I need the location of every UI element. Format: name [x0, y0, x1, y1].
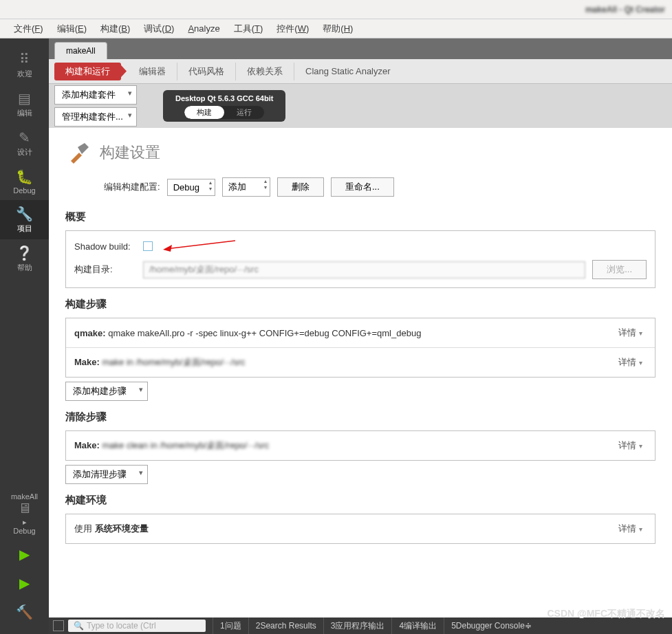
config-select[interactable]: Debug — [167, 179, 215, 196]
rail-debug-run-button[interactable]: ▶ — [0, 569, 49, 598]
build-step-qmake: qmake: qmake makeAll.pro -r -spec linux-… — [66, 318, 655, 348]
overview-box: Shadow build: 构建目录: 浏览... — [65, 230, 655, 288]
rename-config-button[interactable]: 重命名... — [331, 177, 394, 197]
build-env-row: 使用 系统环境变量 详情 — [66, 514, 655, 543]
menu-build[interactable]: 构建(B) — [94, 20, 137, 38]
menu-widgets[interactable]: 控件(W) — [270, 20, 316, 38]
project-tab-makeall[interactable]: makeAll — [54, 42, 107, 59]
kit-tab-build[interactable]: 构建 — [184, 106, 224, 119]
play-icon: ▶ — [0, 546, 49, 562]
add-build-step-dropdown[interactable]: 添加构建步骤 — [65, 382, 148, 401]
svg-line-0 — [166, 241, 235, 249]
rail-welcome[interactable]: ⠿欢迎 — [0, 45, 49, 85]
rail-build-button[interactable]: 🔨 — [0, 598, 49, 627]
left-sidebar: ⠿欢迎 ▤编辑 ✎设计 🐛Debug 🔧项目 ❔帮助 makeAll🖥▸Debu… — [0, 39, 49, 634]
build-env-box: 使用 系统环境变量 详情 — [65, 514, 655, 544]
pencil-icon: ✎ — [0, 129, 49, 146]
rail-design[interactable]: ✎设计 — [0, 124, 49, 163]
hammer-icon — [65, 139, 93, 166]
rail-edit[interactable]: ▤编辑 — [0, 85, 49, 124]
build-step-make: Make: make in /home/myb/桌面/repo/···/src … — [66, 348, 655, 377]
menu-file[interactable]: 文件(F) — [7, 20, 50, 38]
build-settings-panel: 构建设置 编辑构建配置: Debug 添加 删除 重命名... 概要 Shado… — [49, 128, 672, 617]
menu-debug[interactable]: 调试(D) — [137, 20, 181, 38]
settings-tabs: 构建和运行 编辑器 代码风格 依赖关系 Clang Static Analyze… — [49, 59, 672, 84]
rail-help[interactable]: ❔帮助 — [0, 239, 49, 278]
rail-projects[interactable]: 🔧项目 — [0, 200, 49, 239]
build-steps-heading: 构建步骤 — [65, 298, 655, 311]
shadow-build-label: Shadow build: — [74, 241, 136, 252]
play-debug-icon: ▶ — [0, 575, 49, 591]
build-dir-label: 构建目录: — [74, 263, 136, 276]
make-details-button[interactable]: 详情 — [614, 355, 647, 370]
page-title: 构建设置 — [100, 142, 160, 163]
locator-input[interactable]: 🔍Type to locate (Ctrl — [68, 620, 206, 632]
annotation-arrow — [160, 239, 242, 253]
monitor-icon: 🖥 — [0, 501, 49, 516]
sb-compile-output[interactable]: 4 编译输出 — [391, 617, 444, 634]
edit-config-label: 编辑构建配置: — [104, 181, 160, 193]
build-dir-input[interactable] — [143, 261, 585, 278]
delete-config-button[interactable]: 删除 — [277, 177, 324, 197]
wrench-icon: 🔧 — [0, 206, 49, 222]
tab-build-run[interactable]: 构建和运行 — [54, 63, 121, 80]
tab-clang[interactable]: Clang Static Analyzer — [294, 63, 402, 79]
sb-debug-console[interactable]: 5 Debugger Console ≑ — [444, 617, 539, 634]
window-title-bar: makeAll - Qt Creator — [0, 0, 672, 19]
watermark: CSDN @MFC不精通不改名 — [547, 608, 665, 620]
help-icon: ❔ — [0, 245, 49, 261]
menu-edit[interactable]: 编辑(E) — [50, 20, 94, 38]
hammer-icon: 🔨 — [0, 604, 49, 620]
kit-selector-row: 添加构建套件 管理构建套件... Desktop Qt 5.6.3 GCC 64… — [49, 84, 672, 128]
rail-run-button[interactable]: ▶ — [0, 540, 49, 569]
manage-kit-button[interactable]: 管理构建套件... — [54, 107, 137, 127]
menu-tools[interactable]: 工具(T) — [227, 20, 270, 38]
add-config-dropdown[interactable]: 添加 — [222, 177, 270, 197]
sb-issues[interactable]: 1 问题 — [213, 617, 248, 634]
sb-toggle[interactable] — [53, 620, 64, 631]
window-title: makeAll - Qt Creator — [585, 5, 672, 14]
menu-bar: 文件(F) 编辑(E) 构建(B) 调试(D) Analyze 工具(T) 控件… — [0, 19, 672, 39]
overview-heading: 概要 — [65, 210, 655, 223]
rail-project-selector[interactable]: makeAll🖥▸Debug — [0, 487, 49, 540]
sb-search-results[interactable]: 2 Search Results — [248, 617, 323, 634]
kit-pill: Desktop Qt 5.6.3 GCC 64bit 构建 运行 — [163, 90, 285, 122]
clean-step-make: Make: make clean in /home/myb/桌面/repo/··… — [66, 431, 655, 460]
build-steps-box: qmake: qmake makeAll.pro -r -spec linux-… — [65, 318, 655, 378]
sb-app-output[interactable]: 3 应用程序输出 — [323, 617, 392, 634]
tab-dependencies[interactable]: 依赖关系 — [236, 63, 294, 80]
rail-debug[interactable]: 🐛Debug — [0, 163, 49, 200]
qmake-details-button[interactable]: 详情 — [614, 325, 647, 340]
clean-steps-box: Make: make clean in /home/myb/桌面/repo/··… — [65, 430, 655, 461]
shadow-build-checkbox[interactable] — [143, 241, 153, 251]
search-icon: 🔍 — [74, 621, 84, 631]
kit-tab-run[interactable]: 运行 — [224, 106, 264, 119]
clean-steps-heading: 清除步骤 — [65, 411, 655, 424]
menu-help[interactable]: 帮助(H) — [316, 20, 360, 38]
tab-editor[interactable]: 编辑器 — [128, 63, 177, 80]
env-details-button[interactable]: 详情 — [614, 521, 647, 536]
add-kit-dropdown[interactable]: 添加构建套件 — [54, 85, 137, 105]
build-env-heading: 构建环境 — [65, 494, 655, 507]
document-icon: ▤ — [0, 90, 49, 107]
grid-icon: ⠿ — [0, 51, 49, 67]
project-tabs: makeAll — [49, 39, 672, 59]
bug-icon: 🐛 — [0, 168, 49, 185]
menu-analyze[interactable]: Analyze — [181, 21, 226, 36]
browse-button[interactable]: 浏览... — [592, 260, 647, 279]
clean-details-button[interactable]: 详情 — [614, 438, 647, 453]
tab-code-style[interactable]: 代码风格 — [177, 63, 236, 80]
add-clean-step-dropdown[interactable]: 添加清理步骤 — [65, 465, 148, 484]
kit-name: Desktop Qt 5.6.3 GCC 64bit — [169, 93, 280, 104]
